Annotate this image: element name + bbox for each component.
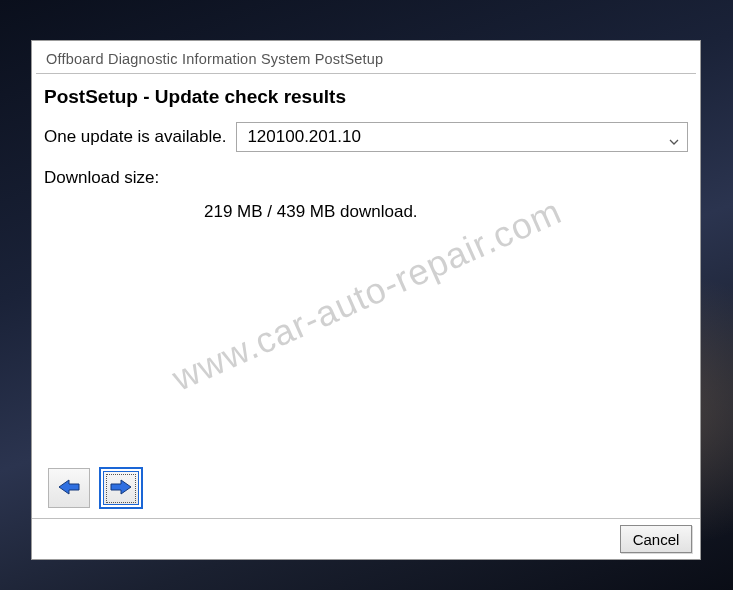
update-available-label: One update is available. (44, 127, 226, 147)
arrow-right-icon (109, 477, 133, 500)
download-size-value: 219 MB / 439 MB download. (44, 202, 688, 222)
forward-button[interactable] (100, 468, 142, 508)
update-row: One update is available. 120100.201.10 (44, 122, 688, 152)
arrow-left-icon (57, 477, 81, 500)
version-dropdown[interactable]: 120100.201.10 (236, 122, 688, 152)
content-area: PostSetup - Update check results One upd… (32, 74, 700, 518)
postsetup-window: Offboard Diagnostic Information System P… (31, 40, 701, 560)
window-title: Offboard Diagnostic Information System P… (32, 41, 700, 73)
nav-buttons-row (44, 468, 688, 518)
desktop-background: Offboard Diagnostic Information System P… (0, 0, 733, 590)
version-dropdown-value: 120100.201.10 (247, 127, 360, 147)
page-heading: PostSetup - Update check results (44, 86, 688, 108)
download-size-label: Download size: (44, 168, 688, 188)
back-button[interactable] (48, 468, 90, 508)
cancel-button[interactable]: Cancel (620, 525, 692, 553)
bottom-bar: Cancel (32, 518, 700, 559)
content-spacer (44, 222, 688, 468)
chevron-down-icon (669, 132, 679, 142)
